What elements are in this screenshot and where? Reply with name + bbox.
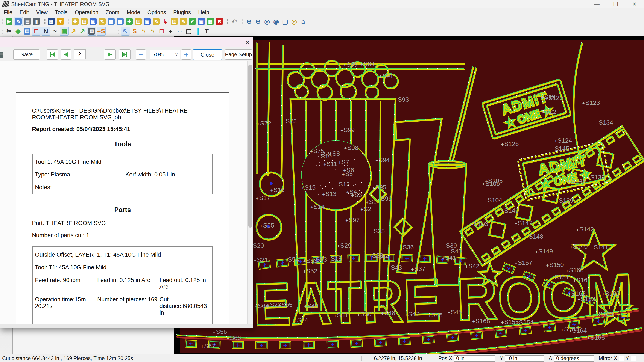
tb-text-tool[interactable]: T [202,27,211,35]
report-horizontal-scrollbar[interactable] [0,324,253,328]
tb-zoom-machine[interactable]: ⌂ [299,17,308,26]
tb-edit-drawing[interactable]: ✎ [152,17,160,26]
tb-edit-job[interactable]: ✎ [14,17,23,26]
menu-edit[interactable]: Edit [16,8,32,16]
tb-paste-parts[interactable]: ▧ [116,17,124,26]
tb-contours[interactable]: □ [32,26,41,35]
menu-help[interactable]: Help [194,8,213,16]
tb-open-part[interactable]: ▨ [80,17,88,26]
posx-input[interactable]: 0 in [454,355,495,362]
tb-zoom-selection[interactable]: ◎ [290,17,298,26]
toolbar-grip[interactable] [226,18,228,25]
tb-save-toolset[interactable]: ▣ [197,17,206,26]
toolbar-grip[interactable] [44,18,46,25]
menu-mode[interactable]: Mode [123,8,144,16]
tb-edit-part[interactable]: ✎ [98,17,106,26]
tb-delete[interactable]: ✖ [215,17,224,26]
mirror-x-label: Mirror X [599,355,617,361]
tb-move-part[interactable]: ↗ [69,27,78,35]
tb-copy-parts[interactable]: ▩ [107,17,116,26]
tb-calculator[interactable]: ▦ [47,17,56,26]
scrollbar-thumb[interactable] [248,64,252,228]
menu-view[interactable]: View [32,8,51,16]
tb-rect-select[interactable]: ▢ [184,27,193,35]
tb-zoom-extents[interactable]: ▢ [281,17,289,26]
tb-toolset-ok[interactable]: ✔ [188,17,197,26]
print-icon[interactable]: ▤ [0,50,5,58]
menu-zoom[interactable]: Zoom [102,8,123,16]
tb-mirror[interactable]: ∥ [194,27,202,35]
tb-tool-table[interactable]: ▦ [206,17,215,26]
tb-rapid-move-alt[interactable]: ϟ [148,27,157,35]
tb-machine[interactable]: ▦ [87,26,96,35]
prev-page-button[interactable] [60,49,71,60]
restore-button[interactable]: ❐ [606,0,625,8]
report-dialog-titlebar[interactable]: ✕ [0,37,253,47]
tb-save-part[interactable]: ▣ [89,17,98,26]
tb-run-job[interactable]: ▶ [5,17,13,26]
toolbar-grip[interactable] [1,28,3,34]
tb-print[interactable]: ▤ [23,17,32,26]
delete-icon: ✖ [216,18,223,25]
tb-job-options[interactable]: ▤ [23,27,31,35]
tb-cut-paths[interactable]: ✂ [5,27,13,35]
tb-curves[interactable]: ~ [51,27,59,35]
tb-zoom-parts[interactable]: ◉ [272,17,280,26]
page-setup-button[interactable]: Page Setup [225,49,252,60]
report-vertical-scrollbar[interactable] [247,61,253,324]
tb-pan[interactable]: + [166,27,175,35]
next-page-button[interactable] [104,49,116,60]
tb-undo[interactable]: ↶ [230,17,238,26]
tb-layers[interactable]: ◆ [14,27,22,35]
tb-add-part[interactable]: ✚ [125,17,134,26]
close-report-button[interactable]: Close [193,49,222,60]
mirror-y-checkbox[interactable] [631,356,636,361]
zoom-level-select[interactable]: 70% ˅ [150,49,180,59]
tb-offset-paths[interactable]: ▣ [60,26,69,35]
tb-rapid-move[interactable]: ϟ [139,27,148,35]
angle-input[interactable]: 0 degrees [554,355,594,362]
tb-nodes[interactable]: N [41,26,50,35]
toolbar-grip[interactable] [1,18,3,25]
tb-zoom-part[interactable]: ◎ [263,17,271,26]
first-page-button[interactable] [46,49,58,60]
posy-input[interactable]: -0 in [505,355,544,362]
tb-open-job[interactable]: ▨ [134,17,142,26]
mirror-x-checkbox[interactable] [619,356,624,361]
dialog-close-icon[interactable]: ✕ [242,37,253,47]
tb-select-start[interactable]: S [130,27,139,35]
tb-open-toolset[interactable]: ▨ [170,17,178,26]
tb-jet[interactable]: ↗ [78,27,87,35]
menu-file[interactable]: File [0,8,16,16]
save-button[interactable]: Save [13,49,40,60]
tb-post-process[interactable]: ▮ [32,17,41,26]
last-page-button[interactable] [119,49,130,60]
menu-tools[interactable]: Tools [51,8,71,16]
path-label: S54 [285,256,299,263]
tb-import-drawing[interactable]: ↳ [161,17,170,26]
zoom-in-button[interactable]: ＋ [181,49,191,60]
tb-add-start[interactable]: +S [96,26,106,35]
toolbar-grip[interactable] [68,18,69,25]
page-number-input[interactable]: 2 [74,49,86,59]
zoom-out-button[interactable]: − [136,49,146,60]
toolbar-grip[interactable] [118,28,119,34]
minimize-button[interactable]: — [587,0,606,8]
tb-edit-toolset[interactable]: ✎ [179,17,188,26]
tb-zoom-out[interactable]: ⊖ [254,17,262,26]
tb-select[interactable]: ↖ [121,26,130,35]
close-button[interactable]: ✕ [625,0,644,8]
path-label: S72 [257,120,271,127]
tb-select-contour[interactable]: □ [157,27,166,35]
toolbar-grip[interactable] [241,18,243,25]
tb-save-job[interactable]: ▣ [143,17,152,26]
menu-options[interactable]: Options [144,8,170,16]
tb-corner[interactable]: ⌐ [106,27,115,35]
tb-zoom-in[interactable]: ⊕ [245,17,253,26]
tb-resize[interactable]: ⇔ [176,27,184,35]
status-cut-summary: Cut distance 664.8443 in , 169 Pierces, … [0,355,361,361]
menu-plugins[interactable]: Plugins [170,8,194,16]
menu-operation[interactable]: Operation [71,8,102,16]
tb-torch[interactable]: ▼ [56,17,64,26]
tb-new-part[interactable]: ✚ [71,17,80,26]
